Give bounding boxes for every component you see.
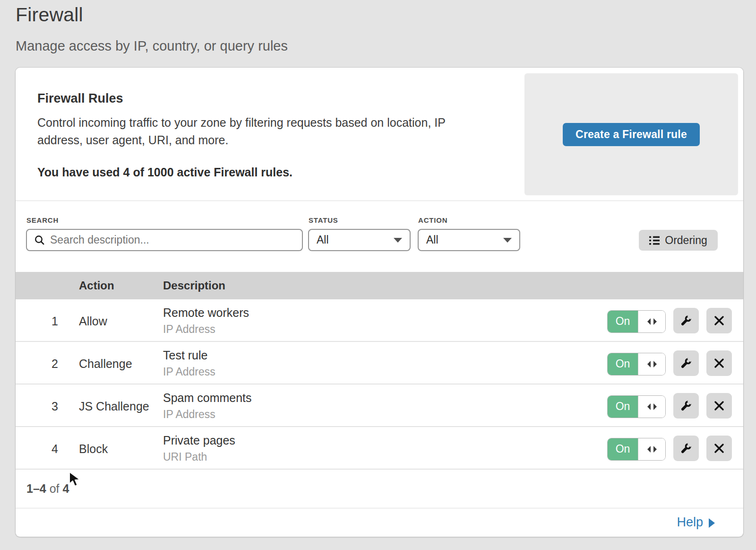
help-arrow-icon xyxy=(709,518,715,528)
page-title: Firewall xyxy=(16,4,743,26)
chevron-down-icon xyxy=(394,238,402,243)
ordering-button-label: Ordering xyxy=(665,234,707,247)
rule-toggle[interactable]: On xyxy=(607,395,666,418)
rule-toggle[interactable]: On xyxy=(607,353,666,375)
intro-usage-count: You have used 4 of 1000 active Firewall … xyxy=(37,166,292,179)
rule-controls: On xyxy=(607,394,732,417)
rule-match-type: IP Address xyxy=(163,366,215,378)
rule-description: Spam comments xyxy=(163,391,252,405)
priority-arrows-icon[interactable] xyxy=(638,438,665,460)
action-select-value: All xyxy=(426,234,438,246)
delete-rule-button[interactable] xyxy=(706,393,732,419)
rule-priority: 3 xyxy=(40,400,58,413)
edit-rule-button[interactable] xyxy=(673,350,699,376)
table-row: 4 Block Private pages URI Path On xyxy=(16,427,743,470)
toggle-on-label[interactable]: On xyxy=(608,311,638,332)
rule-controls: On xyxy=(607,352,732,375)
search-label: SEARCH xyxy=(26,216,59,224)
priority-arrows-icon[interactable] xyxy=(638,396,665,418)
card-footer: Help xyxy=(16,508,743,536)
table-row: 2 Challenge Test rule IP Address On xyxy=(16,342,743,384)
help-link-label: Help xyxy=(677,515,703,530)
pagination-range: 1–4 xyxy=(26,482,46,495)
page-subtitle: Manage access by IP, country, or query r… xyxy=(16,38,743,54)
column-header-action: Action xyxy=(79,279,114,292)
edit-rule-button[interactable] xyxy=(673,393,699,419)
rule-toggle[interactable]: On xyxy=(607,310,666,333)
edit-rule-button[interactable] xyxy=(673,308,699,333)
delete-rule-button[interactable] xyxy=(706,308,732,333)
help-link[interactable]: Help xyxy=(677,515,715,530)
rule-action: Block xyxy=(79,442,108,456)
priority-arrows-icon[interactable] xyxy=(638,311,665,332)
table-row: 3 JS Challenge Spam comments IP Address … xyxy=(16,384,743,427)
intro-section: Firewall Rules Control incoming traffic … xyxy=(16,68,743,201)
rule-controls: On xyxy=(607,437,732,460)
action-select[interactable]: All xyxy=(418,229,520,251)
chevron-down-icon xyxy=(503,238,512,243)
rule-match-type: IP Address xyxy=(163,408,215,421)
wrench-icon xyxy=(679,399,693,412)
rule-controls: On xyxy=(607,309,732,332)
column-header-description: Description xyxy=(163,279,225,292)
status-label: STATUS xyxy=(309,216,338,224)
ordered-list-icon xyxy=(649,236,660,245)
status-select-value: All xyxy=(317,234,329,246)
wrench-icon xyxy=(679,357,693,370)
wrench-icon xyxy=(679,314,693,327)
search-icon xyxy=(34,235,45,246)
ordering-button[interactable]: Ordering xyxy=(639,230,718,251)
toggle-on-label[interactable]: On xyxy=(608,396,638,418)
rule-description: Test rule xyxy=(163,349,207,362)
close-icon xyxy=(714,443,724,454)
priority-arrows-icon[interactable] xyxy=(638,353,665,375)
page-header: Firewall Manage access by IP, country, o… xyxy=(16,0,743,54)
rule-match-type: IP Address xyxy=(163,323,215,336)
rule-match-type: URI Path xyxy=(163,451,207,463)
pagination-row: 1–4 of 4 xyxy=(16,470,743,508)
create-firewall-rule-button[interactable]: Create a Firewall rule xyxy=(563,123,700,146)
delete-rule-button[interactable] xyxy=(706,436,732,461)
rule-action: Challenge xyxy=(79,357,132,371)
pagination-text: 1–4 of 4 xyxy=(26,482,69,496)
table-row: 1 Allow Remote workers IP Address On xyxy=(16,299,743,342)
intro-heading: Firewall Rules xyxy=(37,91,123,106)
close-icon xyxy=(714,401,724,411)
rule-priority: 2 xyxy=(40,357,58,371)
search-box[interactable] xyxy=(26,229,303,251)
delete-rule-button[interactable] xyxy=(706,350,732,376)
rule-priority: 1 xyxy=(40,314,58,328)
toggle-on-label[interactable]: On xyxy=(608,438,638,460)
wrench-icon xyxy=(679,442,693,455)
rule-action: Allow xyxy=(79,314,107,328)
pagination-of: of xyxy=(50,482,60,495)
search-input[interactable] xyxy=(50,234,302,246)
close-icon xyxy=(714,315,724,326)
table-header: Action Description xyxy=(16,272,743,299)
edit-rule-button[interactable] xyxy=(673,436,699,461)
action-label: ACTION xyxy=(418,216,447,224)
intro-description: Control incoming traffic to your zone by… xyxy=(37,114,491,149)
pagination-total: 4 xyxy=(62,482,69,495)
rule-description: Private pages xyxy=(163,434,235,447)
rule-action: JS Challenge xyxy=(79,400,149,413)
filter-section: SEARCH STATUS All ACTION All xyxy=(16,201,743,272)
toggle-on-label[interactable]: On xyxy=(608,353,638,375)
status-select[interactable]: All xyxy=(308,229,411,251)
rule-priority: 4 xyxy=(40,442,58,456)
firewall-rules-card: Firewall Rules Control incoming traffic … xyxy=(16,68,743,537)
create-rule-panel: Create a Firewall rule xyxy=(524,73,738,195)
firewall-page: Firewall Manage access by IP, country, o… xyxy=(0,0,756,550)
rule-description: Remote workers xyxy=(163,306,249,320)
rule-toggle[interactable]: On xyxy=(607,438,666,461)
close-icon xyxy=(714,358,724,368)
